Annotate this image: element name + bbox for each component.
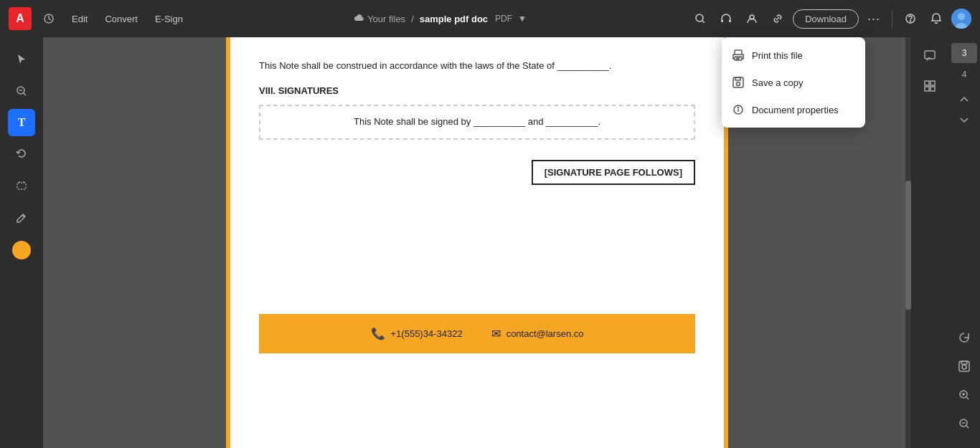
breadcrumb-prefix: Your files (367, 14, 405, 24)
email-icon: ✉ (491, 327, 501, 340)
undo-tool[interactable] (8, 140, 35, 168)
cloud-icon (352, 13, 364, 25)
account-button[interactable] (741, 8, 763, 29)
properties-icon (732, 103, 745, 116)
history-button[interactable] (37, 7, 60, 30)
grid-view-button[interactable] (917, 73, 943, 99)
svg-point-24 (962, 365, 966, 369)
toolbar-right: Download ··· (689, 8, 971, 29)
svg-point-42 (738, 108, 739, 108)
annotate-tool[interactable] (8, 204, 35, 231)
zoom-tool[interactable] (8, 77, 35, 105)
pdf-section-title: VIII. SIGNATURES (259, 85, 695, 96)
svg-rect-22 (930, 87, 935, 91)
svg-line-31 (966, 426, 969, 428)
search-button[interactable] (689, 8, 711, 29)
breadcrumb-separator: / (411, 14, 414, 24)
scrollbar-thumb[interactable] (905, 181, 911, 310)
zoom-in-button[interactable] (951, 382, 977, 408)
cursor-tool[interactable] (8, 46, 35, 73)
pdf-para1: This Note shall be construed in accordan… (259, 59, 695, 74)
comment-panel-button[interactable] (917, 43, 943, 69)
select-tool[interactable] (8, 172, 35, 199)
save-view-button[interactable] (951, 353, 977, 379)
svg-rect-4 (729, 19, 731, 22)
save-copy-icon (732, 76, 745, 89)
print-file-item[interactable]: Print this file (722, 42, 865, 69)
printer-icon (732, 49, 745, 62)
svg-rect-20 (930, 81, 935, 85)
breadcrumb-dropdown-icon[interactable]: ▼ (518, 14, 527, 24)
svg-rect-33 (735, 50, 742, 54)
page-sidebar: 3 4 (948, 37, 980, 448)
signature-follows: [SIGNATURE PAGE FOLLOWS] (532, 160, 695, 185)
page-down-button[interactable] (951, 110, 977, 130)
pdf-footer: 📞 +1(555)34-34322 ✉ contact@larsen.co (259, 314, 695, 353)
notifications-button[interactable] (925, 8, 947, 29)
edit-menu[interactable]: Edit (66, 11, 93, 27)
svg-rect-21 (925, 87, 929, 91)
headphone-button[interactable] (715, 8, 737, 29)
help-button[interactable] (900, 8, 921, 29)
avatar[interactable] (951, 9, 971, 29)
left-toolbar: T (0, 37, 43, 448)
svg-rect-19 (925, 81, 929, 85)
svg-rect-25 (961, 361, 967, 364)
page-nav (951, 89, 977, 130)
zoom-out-button[interactable] (951, 411, 977, 437)
link-button[interactable] (767, 8, 788, 29)
svg-line-12 (24, 93, 26, 95)
toolbar-divider (892, 10, 892, 27)
pdf-content: This Note shall be construed in accordan… (259, 59, 695, 74)
text-tool[interactable]: T (8, 109, 35, 136)
footer-email: ✉ contact@larsen.co (491, 327, 584, 340)
download-button[interactable]: Download (793, 9, 859, 29)
footer-phone: 📞 +1(555)34-34322 (371, 327, 463, 340)
esign-menu[interactable]: E-Sign (149, 11, 189, 27)
svg-point-1 (696, 14, 703, 22)
signature-section: This Note shall be signed by __________ … (259, 105, 695, 140)
toolbar: A Edit Convert E-Sign Your files / sampl… (0, 0, 980, 37)
page-4-indicator[interactable]: 4 (951, 65, 977, 85)
svg-line-2 (702, 21, 705, 23)
pdf-page: This Note shall be construed in accordan… (226, 37, 728, 448)
dropdown-menu: Print this file Save a copy Document pro… (722, 37, 865, 128)
phone-icon: 📞 (371, 327, 385, 340)
doc-properties-label: Document properties (752, 105, 839, 115)
svg-rect-23 (959, 361, 969, 371)
scrollbar-track (905, 37, 911, 448)
print-label: Print this file (752, 50, 803, 61)
svg-point-39 (737, 82, 740, 86)
save-copy-label: Save a copy (752, 77, 804, 88)
svg-rect-14 (17, 183, 26, 189)
svg-point-7 (910, 21, 911, 22)
color-picker[interactable] (12, 241, 31, 259)
page-3-indicator[interactable]: 3 (951, 43, 977, 63)
page-up-button[interactable] (951, 89, 977, 109)
svg-point-9 (958, 13, 965, 20)
zoom-controls (951, 282, 977, 442)
pdf-para2: This Note shall be signed by __________ … (272, 115, 682, 130)
convert-menu[interactable]: Convert (99, 11, 143, 27)
breadcrumb-filename: sample pdf doc (420, 14, 488, 24)
more-options-button[interactable]: ··· (863, 8, 885, 29)
svg-rect-38 (735, 77, 740, 80)
breadcrumb-filetype: PDF (495, 14, 512, 24)
save-copy-item[interactable]: Save a copy (722, 69, 865, 96)
refresh-button[interactable] (951, 325, 977, 351)
app-logo: A (9, 7, 32, 30)
right-sidebar (911, 37, 948, 448)
svg-line-27 (966, 397, 969, 399)
doc-properties-item[interactable]: Document properties (722, 96, 865, 123)
breadcrumb: Your files / sample pdf doc PDF ▼ (194, 13, 684, 25)
svg-rect-3 (721, 19, 723, 22)
